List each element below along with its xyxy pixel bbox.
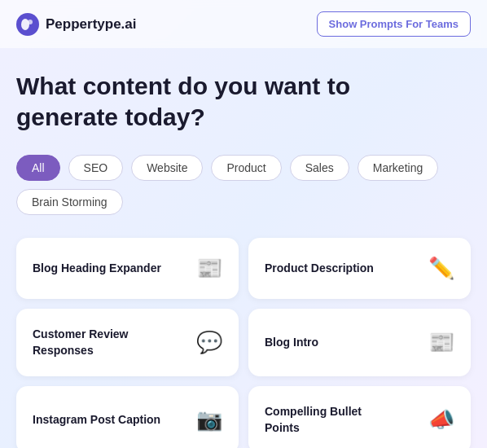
card-instagram-post-caption[interactable]: Instagram Post Caption 📷 [16, 386, 239, 448]
show-prompts-button[interactable]: Show Prompts For Teams [317, 11, 471, 37]
logo-text: Peppertype.ai [46, 16, 137, 33]
main-content: What content do you want to generate tod… [0, 48, 487, 448]
card-icon-compelling-bullet-points: 📣 [428, 407, 454, 433]
card-icon-blog-heading-expander: 📰 [196, 256, 222, 281]
card-icon-blog-intro: 📰 [428, 330, 454, 355]
svg-point-1 [21, 19, 29, 30]
filter-tab-all[interactable]: All [16, 155, 60, 181]
card-title-blog-intro: Blog Intro [265, 335, 318, 351]
card-title-product-description: Product Description [265, 261, 374, 277]
card-customer-review-responses[interactable]: Customer Review Responses 💬 [16, 309, 239, 376]
card-title-customer-review-responses: Customer Review Responses [33, 327, 163, 358]
card-title-compelling-bullet-points: Compelling Bullet Points [265, 404, 395, 436]
card-icon-product-description: ✏️ [428, 256, 454, 281]
page-headline: What content do you want to generate tod… [16, 71, 471, 132]
filter-tab-marketing[interactable]: Marketing [358, 155, 438, 181]
card-icon-customer-review-responses: 💬 [196, 330, 222, 355]
header: Peppertype.ai Show Prompts For Teams [0, 0, 487, 48]
logo-area: Peppertype.ai [16, 13, 137, 36]
card-blog-intro[interactable]: Blog Intro 📰 [248, 309, 471, 376]
svg-point-2 [28, 20, 33, 24]
card-title-instagram-post-caption: Instagram Post Caption [33, 412, 160, 428]
card-title-blog-heading-expander: Blog Heading Expander [33, 261, 161, 277]
filter-tab-brainstorming[interactable]: Brain Storming [16, 189, 123, 215]
card-compelling-bullet-points[interactable]: Compelling Bullet Points 📣 [248, 386, 471, 448]
logo-icon [16, 13, 39, 36]
card-product-description[interactable]: Product Description ✏️ [248, 238, 471, 299]
cards-grid: Blog Heading Expander 📰 Product Descript… [16, 238, 471, 448]
filter-tab-sales[interactable]: Sales [290, 155, 349, 181]
filter-tab-website[interactable]: Website [131, 155, 203, 181]
card-icon-instagram-post-caption: 📷 [196, 407, 222, 433]
filter-tabs: AllSEOWebsiteProductSalesMarketingBrain … [16, 155, 471, 215]
card-blog-heading-expander[interactable]: Blog Heading Expander 📰 [16, 238, 239, 299]
filter-tab-seo[interactable]: SEO [68, 155, 124, 181]
filter-tab-product[interactable]: Product [211, 155, 281, 181]
